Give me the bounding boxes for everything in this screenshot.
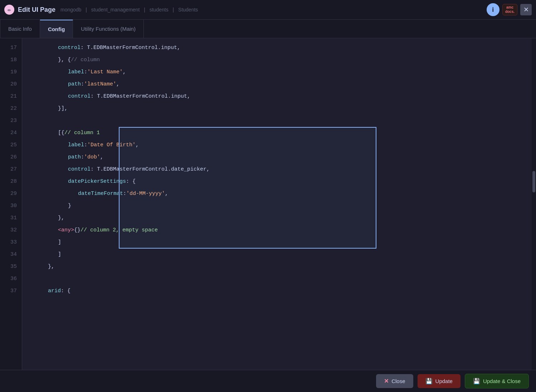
table-row: datePickerSettings: { (22, 176, 536, 188)
breadcrumb: mongodb | student_management | students … (59, 7, 483, 13)
table-row: } (22, 200, 536, 212)
table-row: dateTimeFormat: 'dd-MM-yyyy', (22, 188, 536, 200)
table-row: path: 'lastName', (22, 78, 536, 90)
line-number: 34 (0, 249, 17, 261)
table-row: [{ // column 1 (22, 127, 536, 139)
table-row: ] (22, 249, 536, 261)
breadcrumb-db: mongodb (60, 7, 81, 13)
breadcrumb-collection: student_management (91, 7, 140, 13)
line-number: 20 (0, 78, 17, 90)
code-editor[interactable]: 1718192021222324252627282930313233343536… (0, 38, 536, 370)
table-row: label: 'Date Of Birth', (22, 139, 536, 151)
table-row: control: T.EDBMasterFormControl.date_pic… (22, 163, 536, 176)
table-row (22, 115, 536, 127)
line-number: 23 (0, 115, 17, 127)
close-x-icon: ✕ (384, 378, 389, 384)
table-row: label: 'Last Name', (22, 66, 536, 78)
line-number: 33 (0, 236, 17, 249)
title-bar-actions: i amcdocs. ✕ (487, 3, 532, 16)
scrollbar-thumb[interactable] (532, 171, 535, 192)
info-button[interactable]: i (487, 3, 500, 16)
table-row: }, (22, 261, 536, 273)
window-close-button[interactable]: ✕ (520, 4, 532, 15)
update-close-save-icon: 💾 (473, 378, 480, 384)
line-number: 21 (0, 90, 17, 103)
line-number: 37 (0, 285, 17, 297)
line-number: 22 (0, 103, 17, 115)
line-number: 31 (0, 212, 17, 224)
line-number: 29 (0, 188, 17, 200)
line-number: 35 (0, 261, 17, 273)
title-bar: ✏ Edit UI Page mongodb | student_managem… (0, 0, 536, 20)
table-row: }, (22, 212, 536, 224)
close-button-label: Close (391, 378, 405, 384)
tabs-bar: Basic Info Config Utility Functions (Mai… (0, 20, 536, 38)
table-row: control: T.EDBMasterFormControl.input, (22, 42, 536, 54)
update-close-button-label: Update & Close (483, 378, 521, 384)
amc-docs-logo: amcdocs. (502, 4, 517, 15)
line-number: 36 (0, 273, 17, 285)
line-number: 27 (0, 163, 17, 176)
update-save-icon: 💾 (425, 378, 433, 384)
code-content[interactable]: control: T.EDBMasterFormControl.input,},… (22, 38, 536, 370)
line-number: 17 (0, 42, 17, 54)
line-numbers: 1718192021222324252627282930313233343536… (0, 38, 22, 370)
table-row (22, 273, 536, 285)
line-number: 30 (0, 200, 17, 212)
line-number: 19 (0, 66, 17, 78)
update-close-button[interactable]: 💾 Update & Close (465, 374, 529, 388)
update-button-label: Update (435, 378, 453, 384)
tab-config[interactable]: Config (40, 20, 73, 38)
close-button[interactable]: ✕ Close (376, 374, 413, 388)
scrollbar[interactable] (532, 38, 536, 370)
line-number: 26 (0, 151, 17, 163)
table-row: }], (22, 103, 536, 115)
line-number: 18 (0, 54, 17, 66)
line-number: 25 (0, 139, 17, 151)
update-button[interactable]: 💾 Update (418, 374, 461, 388)
breadcrumb-page: students (150, 7, 169, 13)
page-title: Edit UI Page (18, 6, 55, 14)
table-row: path: 'dob', (22, 151, 536, 163)
line-number: 32 (0, 224, 17, 236)
table-row: }, { // column (22, 54, 536, 66)
bottom-toolbar: ✕ Close 💾 Update 💾 Update & Close (0, 370, 536, 392)
breadcrumb-label: Students (178, 7, 198, 13)
tab-basic-info[interactable]: Basic Info (0, 20, 40, 38)
table-row: ] (22, 236, 536, 249)
code-editor-area: 1718192021222324252627282930313233343536… (0, 38, 536, 370)
tab-utility-functions[interactable]: Utility Functions (Main) (73, 20, 144, 38)
table-row: <any>{} // column 2, empty space (22, 224, 536, 236)
line-number: 24 (0, 127, 17, 139)
line-number: 28 (0, 176, 17, 188)
table-row: control: T.EDBMasterFormControl.input, (22, 90, 536, 103)
table-row: arid: { (22, 285, 536, 297)
app-logo-icon: ✏ (4, 5, 14, 15)
